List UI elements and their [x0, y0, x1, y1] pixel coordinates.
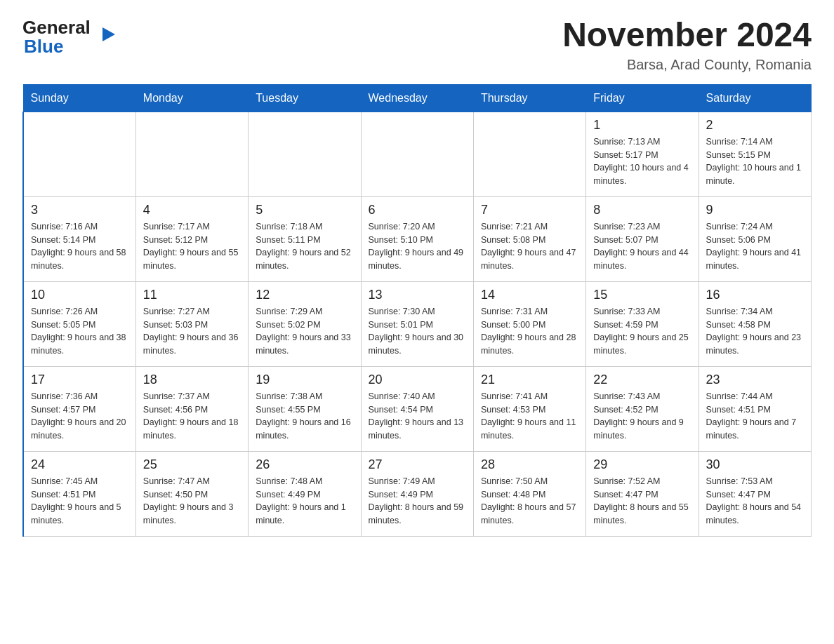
title-block: November 2024 Barsa, Arad County, Romani…: [562, 17, 812, 73]
day-info: Sunrise: 7:49 AM Sunset: 4:49 PM Dayligh…: [369, 475, 466, 528]
day-info: Sunrise: 7:29 AM Sunset: 5:02 PM Dayligh…: [256, 305, 353, 358]
day-number: 2: [706, 118, 804, 133]
calendar-cell: 22Sunrise: 7:43 AM Sunset: 4:52 PM Dayli…: [586, 366, 699, 451]
weekday-header-saturday: Saturday: [699, 84, 811, 112]
day-number: 17: [31, 373, 128, 387]
day-number: 20: [369, 373, 466, 387]
day-info: Sunrise: 7:13 AM Sunset: 5:17 PM Dayligh…: [593, 135, 691, 188]
calendar-cell: 3Sunrise: 7:16 AM Sunset: 5:14 PM Daylig…: [23, 196, 135, 281]
calendar-cell: [361, 112, 473, 196]
calendar-cell: 2Sunrise: 7:14 AM Sunset: 5:15 PM Daylig…: [699, 112, 811, 196]
day-number: 3: [31, 203, 128, 217]
day-info: Sunrise: 7:41 AM Sunset: 4:53 PM Dayligh…: [481, 390, 578, 443]
day-info: Sunrise: 7:48 AM Sunset: 4:49 PM Dayligh…: [256, 475, 353, 528]
day-number: 14: [481, 288, 578, 302]
calendar-cell: 15Sunrise: 7:33 AM Sunset: 4:59 PM Dayli…: [586, 281, 699, 366]
calendar-cell: 4Sunrise: 7:17 AM Sunset: 5:12 PM Daylig…: [135, 196, 248, 281]
weekday-header-tuesday: Tuesday: [249, 84, 361, 112]
week-row-4: 17Sunrise: 7:36 AM Sunset: 4:57 PM Dayli…: [23, 366, 812, 451]
weekday-header-thursday: Thursday: [473, 84, 585, 112]
day-number: 10: [31, 288, 128, 302]
day-info: Sunrise: 7:26 AM Sunset: 5:05 PM Dayligh…: [31, 305, 128, 358]
day-info: Sunrise: 7:37 AM Sunset: 4:56 PM Dayligh…: [143, 390, 241, 443]
calendar-table: SundayMondayTuesdayWednesdayThursdayFrid…: [22, 84, 812, 537]
day-info: Sunrise: 7:16 AM Sunset: 5:14 PM Dayligh…: [31, 220, 128, 273]
day-info: Sunrise: 7:45 AM Sunset: 4:51 PM Dayligh…: [31, 475, 128, 528]
day-number: 7: [481, 203, 578, 217]
calendar-cell: [473, 112, 585, 196]
day-number: 11: [143, 288, 241, 302]
logo-arrow-icon: [102, 27, 115, 41]
page-location: Barsa, Arad County, Romania: [562, 57, 812, 73]
calendar-cell: 8Sunrise: 7:23 AM Sunset: 5:07 PM Daylig…: [586, 196, 699, 281]
calendar-cell: 25Sunrise: 7:47 AM Sunset: 4:50 PM Dayli…: [135, 451, 248, 536]
calendar-cell: 29Sunrise: 7:52 AM Sunset: 4:47 PM Dayli…: [586, 451, 699, 536]
calendar-cell: 5Sunrise: 7:18 AM Sunset: 5:11 PM Daylig…: [249, 196, 361, 281]
logo: General Blue: [22, 17, 102, 58]
calendar-cell: 7Sunrise: 7:21 AM Sunset: 5:08 PM Daylig…: [473, 196, 585, 281]
day-number: 19: [256, 373, 353, 387]
week-row-1: 1Sunrise: 7:13 AM Sunset: 5:17 PM Daylig…: [23, 112, 812, 196]
calendar-cell: 21Sunrise: 7:41 AM Sunset: 4:53 PM Dayli…: [473, 366, 585, 451]
day-info: Sunrise: 7:14 AM Sunset: 5:15 PM Dayligh…: [706, 135, 804, 188]
weekday-header-monday: Monday: [135, 84, 248, 112]
week-row-5: 24Sunrise: 7:45 AM Sunset: 4:51 PM Dayli…: [23, 451, 812, 536]
page-title: November 2024: [562, 17, 812, 54]
day-info: Sunrise: 7:23 AM Sunset: 5:07 PM Dayligh…: [593, 220, 691, 273]
calendar-cell: 9Sunrise: 7:24 AM Sunset: 5:06 PM Daylig…: [699, 196, 811, 281]
calendar-cell: 10Sunrise: 7:26 AM Sunset: 5:05 PM Dayli…: [23, 281, 135, 366]
calendar-cell: 17Sunrise: 7:36 AM Sunset: 4:57 PM Dayli…: [23, 366, 135, 451]
day-number: 8: [593, 203, 691, 217]
day-number: 16: [706, 288, 804, 302]
calendar-cell: 23Sunrise: 7:44 AM Sunset: 4:51 PM Dayli…: [699, 366, 811, 451]
day-info: Sunrise: 7:36 AM Sunset: 4:57 PM Dayligh…: [31, 390, 128, 443]
day-info: Sunrise: 7:40 AM Sunset: 4:54 PM Dayligh…: [369, 390, 466, 443]
calendar-cell: 26Sunrise: 7:48 AM Sunset: 4:49 PM Dayli…: [249, 451, 361, 536]
day-number: 28: [481, 457, 578, 472]
day-number: 29: [593, 457, 691, 472]
day-number: 25: [143, 457, 241, 472]
calendar-cell: 28Sunrise: 7:50 AM Sunset: 4:48 PM Dayli…: [473, 451, 585, 536]
day-number: 18: [143, 373, 241, 387]
day-info: Sunrise: 7:17 AM Sunset: 5:12 PM Dayligh…: [143, 220, 241, 273]
day-info: Sunrise: 7:33 AM Sunset: 4:59 PM Dayligh…: [593, 305, 691, 358]
calendar-cell: 19Sunrise: 7:38 AM Sunset: 4:55 PM Dayli…: [249, 366, 361, 451]
calendar-cell: [135, 112, 248, 196]
day-number: 4: [143, 203, 241, 217]
day-number: 6: [369, 203, 466, 217]
day-number: 27: [369, 457, 466, 472]
day-number: 1: [593, 118, 691, 133]
weekday-header-sunday: Sunday: [23, 84, 135, 112]
day-info: Sunrise: 7:52 AM Sunset: 4:47 PM Dayligh…: [593, 475, 691, 528]
weekday-header-friday: Friday: [586, 84, 699, 112]
day-number: 12: [256, 288, 353, 302]
day-info: Sunrise: 7:34 AM Sunset: 4:58 PM Dayligh…: [706, 305, 804, 358]
day-info: Sunrise: 7:27 AM Sunset: 5:03 PM Dayligh…: [143, 305, 241, 358]
calendar-cell: 6Sunrise: 7:20 AM Sunset: 5:10 PM Daylig…: [361, 196, 473, 281]
weekday-header-wednesday: Wednesday: [361, 84, 473, 112]
day-number: 13: [369, 288, 466, 302]
calendar-cell: 24Sunrise: 7:45 AM Sunset: 4:51 PM Dayli…: [23, 451, 135, 536]
day-number: 9: [706, 203, 804, 217]
week-row-3: 10Sunrise: 7:26 AM Sunset: 5:05 PM Dayli…: [23, 281, 812, 366]
day-info: Sunrise: 7:50 AM Sunset: 4:48 PM Dayligh…: [481, 475, 578, 528]
day-info: Sunrise: 7:24 AM Sunset: 5:06 PM Dayligh…: [706, 220, 804, 273]
day-info: Sunrise: 7:18 AM Sunset: 5:11 PM Dayligh…: [256, 220, 353, 273]
calendar-cell: 16Sunrise: 7:34 AM Sunset: 4:58 PM Dayli…: [699, 281, 811, 366]
calendar-cell: 20Sunrise: 7:40 AM Sunset: 4:54 PM Dayli…: [361, 366, 473, 451]
svg-marker-0: [102, 27, 115, 41]
calendar-cell: 12Sunrise: 7:29 AM Sunset: 5:02 PM Dayli…: [249, 281, 361, 366]
day-info: Sunrise: 7:53 AM Sunset: 4:47 PM Dayligh…: [706, 475, 804, 528]
calendar-cell: 27Sunrise: 7:49 AM Sunset: 4:49 PM Dayli…: [361, 451, 473, 536]
day-info: Sunrise: 7:38 AM Sunset: 4:55 PM Dayligh…: [256, 390, 353, 443]
day-number: 15: [593, 288, 691, 302]
calendar-cell: [23, 112, 135, 196]
logo-blue-text: Blue: [24, 36, 63, 58]
calendar-cell: [249, 112, 361, 196]
day-info: Sunrise: 7:20 AM Sunset: 5:10 PM Dayligh…: [369, 220, 466, 273]
day-number: 30: [706, 457, 804, 472]
day-info: Sunrise: 7:47 AM Sunset: 4:50 PM Dayligh…: [143, 475, 241, 528]
page-header: General Blue November 2024 Barsa, Arad C…: [22, 17, 812, 73]
day-number: 26: [256, 457, 353, 472]
weekday-header-row: SundayMondayTuesdayWednesdayThursdayFrid…: [23, 84, 812, 112]
